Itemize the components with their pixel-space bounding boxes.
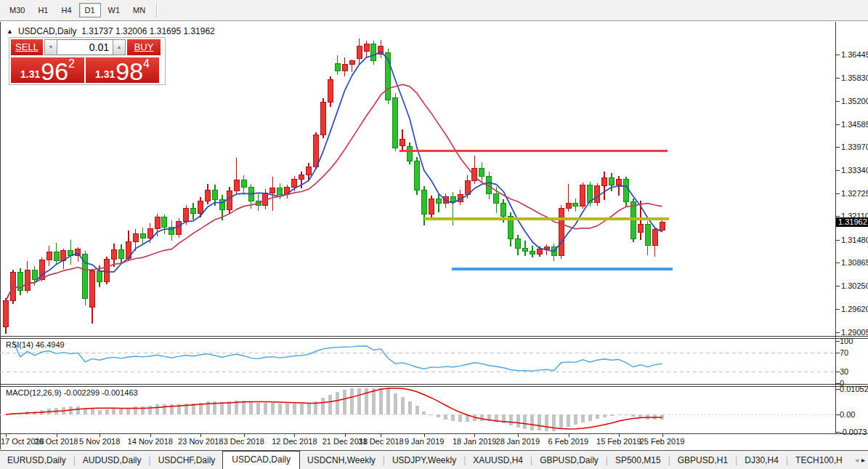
volume-field[interactable]: 0.01 (57, 39, 113, 55)
timeframe-button-w1[interactable]: W1 (102, 3, 126, 17)
sell-price-big-digits: 96 (41, 60, 68, 82)
chart-ohlc-values: 1.31737 1.32006 1.31695 1.31962 (81, 26, 215, 36)
chart-symbol-label: USDCAD,Daily (18, 26, 77, 36)
tab-xauusd-h4[interactable]: XAUUSD,H4 (466, 452, 530, 468)
buy-price-pip-digit: 4 (143, 58, 150, 70)
date-axis-label: 5 Nov 2018 (79, 437, 120, 446)
tab-usdjpy-weekly[interactable]: USDJPY,Weekly (385, 452, 463, 468)
date-axis-label: 12 Dec 2018 (272, 437, 317, 446)
macd-axis-label: 0.00 (840, 410, 855, 419)
one-click-panel-toggle-icon[interactable]: ▲ (7, 28, 13, 35)
date-axis-label: 14 Nov 2018 (128, 437, 173, 446)
tab-dj30-h4[interactable]: DJ30,H4 (737, 452, 786, 468)
toolbar-separator (156, 3, 158, 17)
rsi-label: RSI(14) 46.4949 (6, 340, 65, 349)
price-axis-label: 1.36445 (841, 50, 868, 59)
tab-scroll-controls: ◂▸ (855, 456, 868, 464)
buy-price-big-digits: 98 (115, 60, 143, 82)
volume-decrease-icon[interactable]: ▼ (44, 39, 57, 55)
rsi-axis-label: 100 (840, 337, 853, 345)
chart-title: ▲USDCAD,Daily 1.31737 1.32006 1.31695 1.… (7, 26, 215, 36)
price-axis-label: 1.33340 (841, 166, 868, 175)
tab-usdchf-daily[interactable]: USDCHF,Daily (151, 452, 223, 468)
price-axis-label: 1.35830 (841, 73, 868, 82)
sell-button[interactable]: SELL (11, 39, 43, 55)
timeframe-button-h4[interactable]: H4 (55, 3, 77, 17)
tab-tech100-h[interactable]: TECH100,H (788, 452, 850, 468)
rsi-axis-label: 70 (840, 348, 848, 357)
timeframe-button-h1[interactable]: H1 (32, 3, 54, 17)
price-axis-label: 1.30250 (841, 281, 868, 290)
trading-terminal-window: M30H1H4D1W1MN ▲USDCAD,Daily 1.31737 1.32… (0, 0, 868, 469)
volume-stepper: ▼ 0.01 ▲ (44, 39, 126, 55)
price-axis-label: 1.30865 (841, 258, 868, 267)
tab-usdcad-daily[interactable]: USDCAD,Daily (222, 451, 300, 469)
buy-price-prefix: 1.31 (95, 68, 115, 80)
sell-price-pip-digit: 2 (68, 58, 75, 70)
price-axis-label: 1.29620 (841, 305, 868, 313)
date-axis-label: 28 Jan 2019 (496, 437, 540, 446)
tab-eurusd-daily[interactable]: EURUSD,Daily (0, 452, 73, 468)
price-axis-label: 1.31480 (841, 236, 868, 244)
price-axis-label: 1.35200 (841, 97, 868, 105)
current-price-tag: 1.31962 (836, 217, 868, 227)
date-axis-label: 9 Jan 2019 (405, 437, 444, 446)
date-axis-label: 25 Feb 2019 (640, 437, 685, 446)
macd-axis-label: -0.0073 (840, 428, 867, 436)
tab-scroll-left-icon[interactable]: ◂ (855, 456, 859, 464)
macd-axis-label: 0.010525 (840, 385, 868, 393)
tab-scroll-right-icon[interactable]: ▸ (861, 456, 865, 464)
date-axis-label: 15 Feb 2019 (596, 437, 641, 446)
buy-button[interactable]: BUY (127, 39, 161, 55)
volume-increase-icon[interactable]: ▲ (113, 39, 126, 55)
date-axis-label: 18 Jan 2019 (453, 437, 497, 446)
rsi-axis-label: 30 (840, 367, 848, 376)
price-axis-label: 1.29005 (841, 328, 868, 337)
timeframe-toolbar: M30H1H4D1W1MN (0, 0, 868, 21)
macd-label: MACD(12,26,9) -0.002299 -0.001463 (6, 388, 138, 397)
date-axis-label: 23 Nov 2018 (178, 437, 223, 446)
tab-gbpusd-h1[interactable]: GBPUSD,H1 (670, 452, 735, 468)
sell-price-prefix: 1.31 (20, 68, 40, 80)
date-axis-label: 26 Oct 2018 (35, 437, 78, 446)
timeframe-button-m30[interactable]: M30 (4, 3, 31, 17)
price-axis-label: 1.34585 (841, 120, 868, 129)
tab-sp500-m15[interactable]: SP500,M15 (608, 452, 668, 468)
date-axis-label: 6 Feb 2019 (548, 437, 589, 446)
tab-audusd-daily[interactable]: AUDUSD,Daily (76, 452, 149, 468)
one-click-trade-panel: SELL ▼ 0.01 ▲ BUY 1.31 96 2 1.31 98 4 (9, 37, 166, 85)
price-axis-label: 1.33970 (841, 143, 868, 151)
tab-gbpusd-daily[interactable]: GBPUSD,Daily (532, 452, 606, 468)
symbol-tab-bar: EURUSD,Daily|AUDUSD,Daily|USDCHF,DailyUS… (0, 450, 868, 469)
date-axis-label: 31 Dec 2018 (358, 437, 403, 446)
tab-usdcnh-weekly[interactable]: USDCNH,Weekly (300, 452, 383, 468)
timeframe-button-mn[interactable]: MN (127, 3, 151, 17)
date-axis-label: 3 Dec 2018 (224, 437, 264, 446)
price-axis-label: 1.32725 (841, 189, 868, 198)
sell-price-button[interactable]: 1.31 96 2 (11, 57, 84, 83)
timeframe-button-d1[interactable]: D1 (79, 3, 101, 17)
buy-price-button[interactable]: 1.31 98 4 (86, 57, 159, 83)
